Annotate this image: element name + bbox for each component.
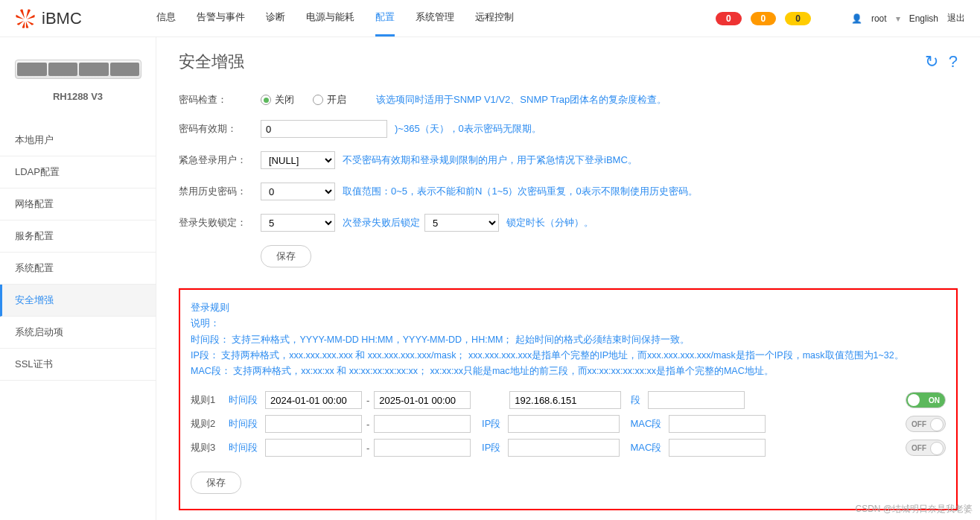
sidebar-item-local-user[interactable]: 本地用户 <box>0 124 156 156</box>
nav-config[interactable]: 配置 <box>375 0 395 37</box>
pwd-check-off-radio[interactable]: 关闭 <box>261 93 294 107</box>
login-rules-section: 登录规则 说明： 时间段： 支持三种格式，YYYY-MM-DD HH:MM，YY… <box>179 288 958 510</box>
rule1-seg-label: 段 <box>626 393 640 407</box>
rule1-toggle[interactable]: ON <box>906 392 946 408</box>
top-right: 0 0 0 👤 root ▾ English 退出 <box>716 12 965 25</box>
hist-label: 禁用历史密码： <box>179 185 261 198</box>
topbar: iBMC 信息 告警与事件 诊断 电源与能耗 配置 系统管理 远程控制 0 0 … <box>0 0 980 37</box>
language-link[interactable]: English <box>909 13 938 24</box>
rule3-label: 规则3 <box>191 441 222 454</box>
pwd-check-hint: 该选项同时适用于SNMP V1/V2、SNMP Trap团体名的复杂度检查。 <box>376 93 666 107</box>
sidebar-item-ldap[interactable]: LDAP配置 <box>0 156 156 188</box>
pwd-check-on-radio[interactable]: 开启 <box>313 93 346 107</box>
emerg-select[interactable]: [NULL] <box>261 151 335 169</box>
nav-info[interactable]: 信息 <box>156 0 176 37</box>
save-button-rules[interactable]: 保存 <box>191 472 241 494</box>
rules-title: 登录规则 <box>191 299 946 316</box>
hist-hint: 取值范围：0~5，表示不能和前N（1~5）次密码重复，0表示不限制使用历史密码。 <box>343 185 698 198</box>
page-title: 安全增强 <box>179 51 244 73</box>
nav-remote[interactable]: 远程控制 <box>475 0 514 37</box>
emerg-label: 紧急登录用户： <box>179 153 261 167</box>
content: 安全增强 ↻ ? 密码检查： 关闭 开启 该选项同时适用于SNMP V1/V2、… <box>156 37 980 520</box>
lock-label: 登录失败锁定： <box>179 216 261 229</box>
nav-diag[interactable]: 诊断 <box>266 0 285 37</box>
rule3-time-end[interactable] <box>374 439 471 457</box>
nav-power[interactable]: 电源与能耗 <box>306 0 354 37</box>
rule1-time-start[interactable] <box>265 391 362 409</box>
user-icon: 👤 <box>851 13 862 24</box>
sidebar-item-system[interactable]: 系统配置 <box>0 253 156 285</box>
hist-select[interactable]: 0 <box>261 183 335 200</box>
device-name: RH1288 V3 <box>0 86 156 124</box>
pwd-valid-hint: )~365（天），0表示密码无限期。 <box>395 122 541 136</box>
sidebar: RH1288 V3 本地用户 LDAP配置 网络配置 服务配置 系统配置 安全增… <box>0 37 156 520</box>
rule3-ip-label: IP段 <box>475 441 500 454</box>
chevron-down-icon[interactable]: ▾ <box>896 13 900 24</box>
badge-major[interactable]: 0 <box>751 12 777 25</box>
badge-critical[interactable]: 0 <box>716 12 742 25</box>
pwd-valid-label: 密码有效期： <box>179 122 261 136</box>
rule2-ip-label: IP段 <box>475 417 500 431</box>
sidebar-item-security[interactable]: 安全增强 <box>0 285 156 317</box>
pwd-valid-input[interactable] <box>261 120 387 138</box>
rule1-ip[interactable] <box>509 391 621 409</box>
logout-link[interactable]: 退出 <box>947 12 965 25</box>
sidebar-item-service[interactable]: 服务配置 <box>0 221 156 253</box>
nav-sysmgmt[interactable]: 系统管理 <box>416 0 454 37</box>
emerg-hint: 不受密码有效期和登录规则限制的用户，用于紧急情况下登录iBMC。 <box>343 153 637 167</box>
rule2-time-label: 时间段 <box>226 417 258 431</box>
huawei-logo-icon <box>15 8 36 29</box>
rule-row-3: 规则3 时间段 - IP段 MAC段 OFF <box>191 436 946 460</box>
badge-minor[interactable]: 0 <box>785 12 811 25</box>
watermark: CSDN @结城明日奈是我老婆 <box>855 503 973 516</box>
pwd-check-radio-group: 关闭 开启 <box>261 93 346 107</box>
rule2-mac-label: MAC段 <box>624 417 661 431</box>
sidebar-item-boot[interactable]: 系统启动项 <box>0 317 156 349</box>
rule1-time-end[interactable] <box>374 391 471 409</box>
logo: iBMC <box>15 8 156 29</box>
lock-mid-text: 次登录失败后锁定 <box>343 216 420 229</box>
rule3-mac-label: MAC段 <box>624 441 661 454</box>
nav-alarm[interactable]: 告警与事件 <box>197 0 245 37</box>
save-button-top[interactable]: 保存 <box>261 245 311 267</box>
rule3-toggle[interactable]: OFF <box>906 440 946 456</box>
rule2-ip[interactable] <box>508 415 620 433</box>
server-icon <box>15 60 141 79</box>
lock-tail-text: 锁定时长（分钟）。 <box>506 216 594 229</box>
lock-fail-select[interactable]: 5 <box>261 214 335 232</box>
rule2-time-start[interactable] <box>265 415 362 433</box>
rule1-mac[interactable] <box>648 391 745 409</box>
rule2-mac[interactable] <box>669 415 766 433</box>
top-nav: 信息 告警与事件 诊断 电源与能耗 配置 系统管理 远程控制 <box>156 0 514 37</box>
rule-row-1: 规则1 时间段 - 段 ON <box>191 388 946 412</box>
refresh-icon[interactable]: ↻ <box>925 52 938 72</box>
brand-text: iBMC <box>42 9 82 28</box>
rule-row-2: 规则2 时间段 - IP段 MAC段 OFF <box>191 412 946 436</box>
lock-dur-select[interactable]: 5 <box>424 214 499 232</box>
rule3-ip[interactable] <box>508 439 620 457</box>
rule3-mac[interactable] <box>669 439 766 457</box>
rules-desc: 说明： 时间段： 支持三种格式，YYYY-MM-DD HH:MM，YYYY-MM… <box>191 316 946 379</box>
pwd-check-label: 密码检查： <box>179 93 261 107</box>
sidebar-item-ssl[interactable]: SSL证书 <box>0 349 156 381</box>
username[interactable]: root <box>871 13 887 24</box>
rule2-time-end[interactable] <box>374 415 471 433</box>
rule1-time-label: 时间段 <box>226 393 258 407</box>
rule3-time-start[interactable] <box>265 439 362 457</box>
help-icon[interactable]: ? <box>949 52 958 72</box>
device-image <box>0 37 156 86</box>
rule2-label: 规则2 <box>191 417 222 431</box>
rule2-toggle[interactable]: OFF <box>906 416 946 432</box>
sidebar-item-network[interactable]: 网络配置 <box>0 188 156 221</box>
rule3-time-label: 时间段 <box>226 441 258 454</box>
rule1-label: 规则1 <box>191 393 222 407</box>
page-title-row: 安全增强 ↻ ? <box>179 51 958 73</box>
